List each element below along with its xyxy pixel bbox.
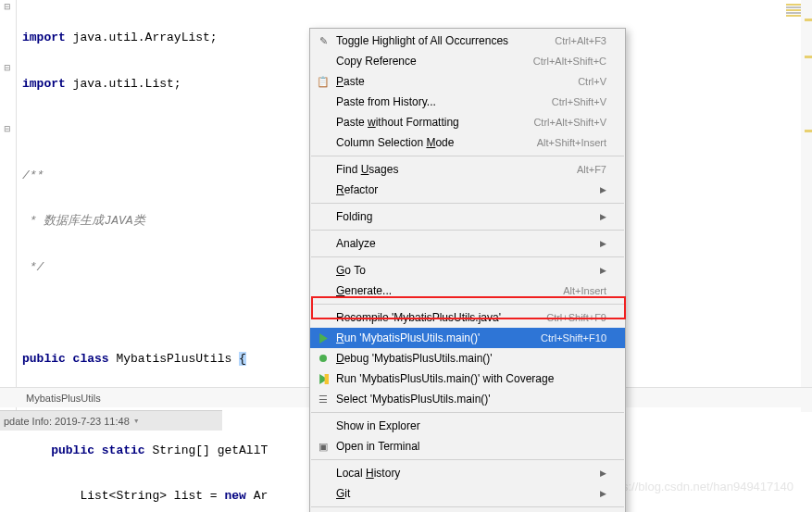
terminal-icon: ▣ [316, 439, 331, 454]
menu-refactor[interactable]: Refactor▶ [310, 180, 625, 200]
menu-folding[interactable]: Folding▶ [310, 206, 625, 227]
menu-debug[interactable]: Debug 'MybatisPlusUtils.main()' [310, 348, 625, 368]
chevron-right-icon: ▶ [600, 212, 606, 221]
breadcrumb-item[interactable]: MybatisPlusUtils [19, 391, 108, 406]
debug-icon [316, 351, 331, 366]
svg-point-0 [319, 355, 327, 362]
status-bar[interactable]: pdate Info: 2019-7-23 11:48 ▼ [0, 410, 222, 431]
fold-icon[interactable]: ⊟ [4, 124, 11, 133]
watermark: https://blog.csdn.net/han949417140 [602, 480, 793, 493]
menu-recompile[interactable]: Recompile 'MybatisPlusUtils.java'Ctrl+Sh… [310, 307, 625, 328]
fold-icon[interactable]: ⊟ [4, 63, 11, 72]
context-menu: ✎ Toggle Highlight of All OccurrencesCtr… [309, 28, 626, 512]
minimap[interactable] [786, 4, 801, 115]
menu-select-config[interactable]: ☰ Select 'MybatisPlusUtils.main()' [310, 389, 625, 409]
menu-show-explorer[interactable]: Show in Explorer [310, 416, 625, 436]
highlighter-icon: ✎ [316, 33, 331, 48]
menu-separator [311, 230, 624, 231]
error-stripe[interactable] [801, 0, 812, 412]
chevron-right-icon: ▶ [600, 185, 606, 194]
editor-gutter: ⊟ ⊟ ⊟ [0, 0, 17, 412]
menu-paste[interactable]: 📋 PasteCtrl+V [310, 71, 625, 92]
menu-local-history[interactable]: Local History▶ [310, 463, 625, 483]
paste-icon: 📋 [316, 74, 331, 89]
menu-git[interactable]: Git▶ [310, 483, 625, 504]
menu-separator [311, 412, 624, 413]
chevron-right-icon: ▶ [600, 239, 606, 248]
coverage-icon [316, 371, 331, 386]
menu-separator [311, 506, 624, 507]
svg-rect-1 [324, 374, 328, 384]
menu-separator [311, 156, 624, 156]
menu-run-coverage[interactable]: Run 'MybatisPlusUtils.main()' with Cover… [310, 368, 625, 389]
menu-goto[interactable]: Go To▶ [310, 260, 625, 281]
menu-find-usages[interactable]: Find UsagesAlt+F7 [310, 159, 625, 180]
menu-run[interactable]: Run 'MybatisPlusUtils.main()'Ctrl+Shift+… [310, 328, 625, 348]
fold-icon[interactable]: ⊟ [4, 2, 11, 11]
chevron-right-icon: ▶ [600, 468, 606, 478]
chevron-down-icon[interactable]: ▼ [133, 418, 140, 424]
menu-analyze[interactable]: Analyze▶ [310, 233, 625, 254]
menu-copy-reference[interactable]: Copy ReferenceCtrl+Alt+Shift+C [310, 51, 625, 71]
run-icon [316, 331, 331, 345]
chevron-right-icon: ▶ [600, 489, 606, 498]
menu-separator [311, 203, 624, 204]
menu-generate[interactable]: Generate...Alt+Insert [310, 281, 625, 301]
list-icon: ☰ [316, 392, 331, 406]
menu-paste-plain[interactable]: Paste without FormattingCtrl+Alt+Shift+V [310, 112, 625, 132]
menu-column-selection[interactable]: Column Selection ModeAlt+Shift+Insert [310, 132, 625, 153]
menu-separator [311, 256, 624, 257]
menu-open-terminal[interactable]: ▣ Open in Terminal [310, 436, 625, 456]
menu-toggle-highlight[interactable]: ✎ Toggle Highlight of All OccurrencesCtr… [310, 31, 625, 51]
chevron-right-icon: ▶ [600, 266, 606, 275]
menu-separator [311, 459, 624, 460]
menu-separator [311, 304, 624, 305]
menu-paste-history[interactable]: Paste from History...Ctrl+Shift+V [310, 92, 625, 112]
status-text: pdate Info: 2019-7-23 11:48 [4, 416, 130, 427]
